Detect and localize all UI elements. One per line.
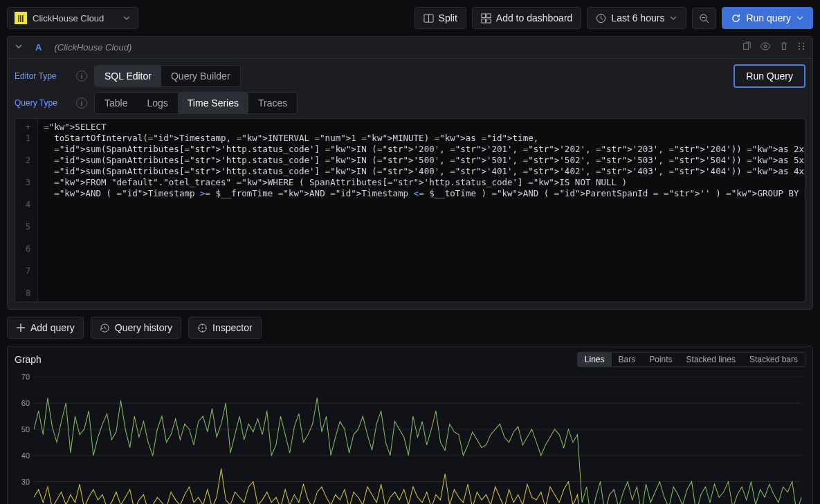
svg-rect-4 (482, 19, 486, 23)
viz-stacked-bars[interactable]: Stacked bars (742, 353, 805, 366)
query-type-table[interactable]: Table (95, 93, 137, 113)
clock-icon (596, 13, 606, 24)
plus-icon (16, 323, 26, 333)
datasource-name: ClickHouse Cloud (33, 13, 104, 24)
split-button[interactable]: Split (414, 7, 466, 29)
viz-points[interactable]: Points (642, 353, 679, 366)
query-row-title: (ClickHouse Cloud) (54, 42, 131, 53)
toggle-visibility-icon[interactable] (760, 41, 771, 53)
info-icon[interactable]: i (76, 97, 87, 109)
chevron-down-icon (796, 14, 804, 22)
svg-rect-2 (482, 13, 486, 17)
run-query-button[interactable]: Run query (722, 7, 813, 29)
refresh-icon (731, 13, 741, 24)
zoom-out-button[interactable] (692, 8, 716, 29)
time-range-picker[interactable]: Last 6 hours (587, 7, 686, 29)
copy-query-icon[interactable] (742, 41, 751, 53)
query-type-traces[interactable]: Traces (248, 93, 297, 113)
graph-panel: Graph LinesBarsPointsStacked linesStacke… (7, 346, 813, 504)
query-row-header: A (ClickHouse Cloud) (8, 37, 812, 59)
svg-point-13 (803, 43, 804, 44)
inspector-button[interactable]: Inspector (188, 317, 262, 339)
delete-query-icon[interactable] (779, 41, 789, 53)
query-type-group: TableLogsTime SeriesTraces (94, 92, 298, 114)
sql-editor[interactable]: + 1 2 3 4 5 6 7 8 ="kw">SELECT toStartOf… (15, 118, 805, 302)
panel-title: Graph (15, 354, 42, 365)
query-type-time-series[interactable]: Time Series (178, 93, 248, 113)
add-to-dashboard-button[interactable]: Add to dashboard (472, 7, 582, 29)
editor-type-sql-editor[interactable]: SQL Editor (95, 66, 161, 86)
query-type-label: Query Type i (15, 97, 94, 109)
chevron-down-icon (122, 14, 131, 22)
zoom-out-icon (699, 13, 709, 24)
collapse-toggle[interactable] (15, 42, 23, 53)
viz-bars[interactable]: Bars (612, 353, 643, 366)
add-query-button[interactable]: Add query (7, 317, 84, 339)
query-actions-bar: Add query Query history Inspector (7, 317, 813, 339)
svg-point-11 (764, 45, 767, 48)
svg-text:40: 40 (21, 451, 30, 460)
svg-rect-5 (486, 19, 491, 23)
viz-stacked-lines[interactable]: Stacked lines (680, 353, 742, 366)
clickhouse-logo-icon: ||| (15, 12, 27, 24)
datasource-picker[interactable]: ||| ClickHouse Cloud (7, 7, 138, 29)
svg-rect-3 (486, 13, 491, 17)
editor-type-group: SQL EditorQuery Builder (94, 65, 241, 87)
history-icon (100, 323, 110, 333)
query-ref-id[interactable]: A (30, 41, 47, 54)
editor-type-query-builder[interactable]: Query Builder (161, 66, 240, 86)
svg-text:30: 30 (21, 478, 30, 486)
query-history-button[interactable]: Query history (91, 317, 181, 339)
drag-handle-icon[interactable] (797, 41, 805, 53)
svg-point-15 (803, 46, 804, 47)
viz-type-group: LinesBarsPointsStacked linesStacked bars (577, 352, 805, 367)
svg-point-12 (799, 43, 800, 44)
svg-text:60: 60 (21, 399, 30, 407)
svg-point-14 (799, 46, 800, 47)
split-icon (423, 13, 434, 24)
query-type-logs[interactable]: Logs (137, 93, 177, 113)
chevron-down-icon (15, 42, 23, 50)
chevron-down-icon (669, 14, 677, 22)
svg-point-17 (803, 48, 804, 50)
svg-line-8 (707, 20, 709, 23)
inspector-icon (197, 323, 208, 333)
info-icon[interactable]: i (76, 71, 87, 82)
topbar: ||| ClickHouse Cloud Split Add to dashbo… (0, 0, 820, 36)
editor-type-label: Editor Type i (15, 71, 94, 82)
svg-point-16 (799, 48, 800, 50)
query-row-a: A (ClickHouse Cloud) Editor Type i SQL E… (7, 36, 813, 310)
svg-point-19 (202, 327, 203, 328)
chart[interactable]: 01020304050607003:4504:0004:1504:3004:45… (15, 371, 805, 504)
svg-text:50: 50 (21, 425, 30, 433)
svg-text:70: 70 (21, 373, 30, 381)
viz-lines[interactable]: Lines (578, 353, 612, 366)
svg-rect-10 (744, 44, 749, 50)
dashboard-icon (481, 13, 491, 24)
run-query-inline-button[interactable]: Run Query (734, 64, 805, 88)
